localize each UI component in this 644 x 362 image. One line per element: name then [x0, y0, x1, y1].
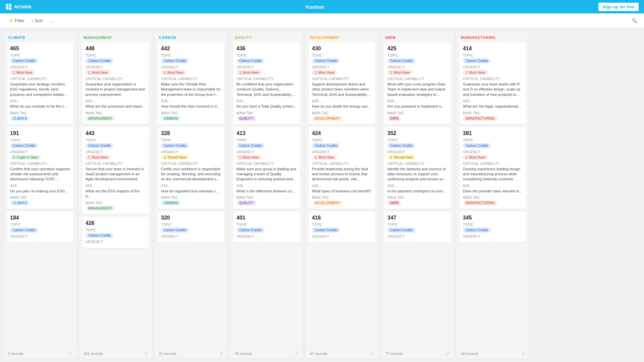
ask-text: How do you divide the energy use... [312, 104, 372, 109]
topic-label: TOPIC [387, 138, 447, 142]
card[interactable]: 320TOPICCarbon CreditsURGENCY [158, 212, 224, 243]
search-icon: 🔍 [632, 18, 637, 23]
main-tag-label: MAIN TAG [86, 201, 146, 205]
topic-label: TOPIC [161, 223, 221, 227]
search-button[interactable]: 🔍 [630, 17, 639, 24]
column-cards-carbon: 442TOPICCarbon CreditsURGENCY1: Must Hav… [155, 42, 227, 349]
topic-label: TOPIC [161, 54, 221, 57]
card[interactable]: 416TOPICCarbon CreditsURGENCY [309, 212, 375, 243]
expand-column-button[interactable]: ⤢ [220, 351, 223, 356]
main-tag-label: MAIN TAG [236, 111, 297, 115]
critical-capability-text: Confirm that your operation supports cli… [10, 167, 70, 182]
main-tag-label: MAIN TAG [463, 196, 523, 199]
topic-badge: Carbon Credits [86, 233, 113, 238]
main-tag-label: MAIN TAG [312, 111, 372, 115]
expand-column-button[interactable]: ⤢ [446, 351, 449, 356]
ask-label: ASK... [10, 184, 70, 188]
topic-badge: Carbon Credits [236, 58, 264, 63]
card[interactable]: 414TOPICCarbon CreditsURGENCY1: Must Hav… [460, 42, 526, 124]
topic-badge: Carbon Credits [312, 58, 340, 63]
critical-capability-text: Guarantee your team works with R and D o… [463, 82, 523, 97]
main-tag-badge: DATA [387, 200, 401, 205]
topic-label: TOPIC [10, 138, 70, 142]
card[interactable]: 426TOPICCarbon CreditsURGENCY [82, 217, 149, 248]
sign-up-button[interactable]: Sign up for free [598, 3, 639, 11]
card[interactable]: 191TOPICCarbon CreditsURGENCY3: Ought to… [7, 127, 73, 209]
card[interactable]: 424TOPICCarbon CreditsURGENCY1: Must Hav… [309, 127, 375, 209]
critical-capability-label: CRITICAL CAPABILITY [387, 162, 447, 166]
card[interactable]: 347TOPICCarbon CreditsURGENCY [384, 212, 451, 243]
ask-text: What are the ESG impacts of the b... [86, 189, 146, 199]
critical-capability-label: CRITICAL CAPABILITY [236, 77, 297, 81]
expand-column-button[interactable]: ⤢ [295, 351, 299, 356]
critical-capability-text: Work with your cross program Data Team t… [387, 82, 447, 97]
card[interactable]: 465TOPICCarbon CreditsURGENCY1: Must Hav… [7, 42, 73, 124]
urgency-label: URGENCY [10, 235, 70, 238]
column-header-manufacturing: MANUFACTURING [457, 32, 529, 42]
critical-capability-label: CRITICAL CAPABILITY [463, 162, 523, 166]
card-number: 414 [463, 46, 523, 52]
card[interactable]: 328TOPICCarbon CreditsURGENCY2: Should H… [158, 127, 224, 209]
urgency-label: URGENCY [86, 240, 146, 244]
ask-text: How do regulated and voluntary c... [161, 189, 221, 194]
ask-text: Is the payment contingent on som... [387, 189, 447, 194]
svg-rect-4 [9, 8, 12, 10]
critical-capability-text: Secure that your team is involved in Saa… [86, 167, 146, 182]
card[interactable]: 425TOPICCarbon CreditsURGENCY1: Must Hav… [384, 42, 451, 124]
critical-capability-label: CRITICAL CAPABILITY [312, 77, 372, 81]
topic-label: TOPIC [463, 138, 523, 142]
topic-label: TOPIC [10, 54, 70, 57]
more-options-button[interactable]: ... [47, 17, 56, 24]
ask-label: ASK... [463, 99, 523, 103]
card[interactable]: 443TOPICCarbon CreditsURGENCY1: Must Hav… [82, 127, 149, 214]
expand-column-button[interactable]: ⤢ [69, 351, 72, 356]
urgency-label: URGENCY [161, 235, 221, 238]
card[interactable]: 381TOPICCarbon CreditsURGENCY1: Must Hav… [460, 127, 526, 209]
ask-text: Are you prepared to implement o... [387, 104, 447, 109]
column-header-carbon: CARBON [155, 32, 227, 42]
expand-column-button[interactable]: ⤢ [371, 351, 374, 356]
topic-badge: Carbon Credits [10, 143, 38, 148]
urgency-badge: 1: Must Have [463, 70, 488, 75]
card[interactable]: 436TOPICCarbon CreditsURGENCY1: Must Hav… [233, 42, 300, 124]
urgency-badge: 1: Must Have [161, 70, 186, 75]
urgency-label: URGENCY [387, 235, 447, 238]
urgency-label: URGENCY [387, 65, 447, 69]
urgency-label: URGENCY [10, 65, 70, 69]
card[interactable]: 184TOPICCarbon CreditsURGENCY [7, 212, 73, 243]
expand-column-button[interactable]: ⤢ [144, 351, 148, 356]
card-number: 430 [312, 46, 372, 52]
topic-badge: Carbon Credits [10, 58, 38, 63]
card[interactable]: 401TOPICCarbon CreditsURGENCY [233, 212, 300, 243]
main-tag-badge: QUALITY [236, 200, 256, 205]
card-number: 352 [387, 130, 447, 136]
topic-label: TOPIC [161, 138, 221, 142]
topic-badge: Carbon Credits [86, 58, 113, 63]
sort-icon: ↕ [31, 18, 34, 23]
svg-rect-0 [6, 4, 9, 7]
card[interactable]: 430TOPICCarbon CreditsURGENCY1: Must Hav… [309, 42, 375, 124]
card[interactable]: 413TOPICCarbon CreditsURGENCY1: Must Hav… [233, 127, 300, 209]
ask-label: ASK... [312, 99, 372, 103]
column-cards-manufacturing: 414TOPICCarbon CreditsURGENCY1: Must Hav… [457, 42, 529, 349]
filter-button[interactable]: ⚡ Filter [5, 17, 27, 24]
topic-label: TOPIC [312, 223, 372, 227]
card-number: 443 [86, 130, 146, 136]
card[interactable]: 352TOPICCarbon CreditsURGENCY2: Should H… [384, 127, 451, 209]
topic-label: TOPIC [86, 138, 146, 142]
topic-label: TOPIC [387, 54, 447, 57]
ask-text: Do you have a Total Quality schem... [236, 104, 297, 109]
topic-label: TOPIC [463, 54, 523, 57]
urgency-label: URGENCY [161, 150, 221, 154]
main-tag-label: MAIN TAG [10, 196, 70, 199]
topic-label: TOPIC [236, 54, 297, 57]
card[interactable]: 448TOPICCarbon CreditsURGENCY1: Must Hav… [82, 42, 149, 124]
urgency-label: URGENCY [236, 65, 297, 69]
urgency-badge: 1: Must Have [387, 70, 413, 75]
ask-text: What do you consider to be the c... [10, 104, 70, 109]
sort-button[interactable]: ↕ Sort [29, 17, 45, 24]
card[interactable]: 442TOPICCarbon CreditsURGENCY1: Must Hav… [158, 42, 224, 124]
expand-column-button[interactable]: ⤢ [522, 351, 525, 356]
topic-label: TOPIC [10, 223, 70, 227]
card[interactable]: 345TOPICCarbon CreditsURGENCY [460, 212, 526, 243]
